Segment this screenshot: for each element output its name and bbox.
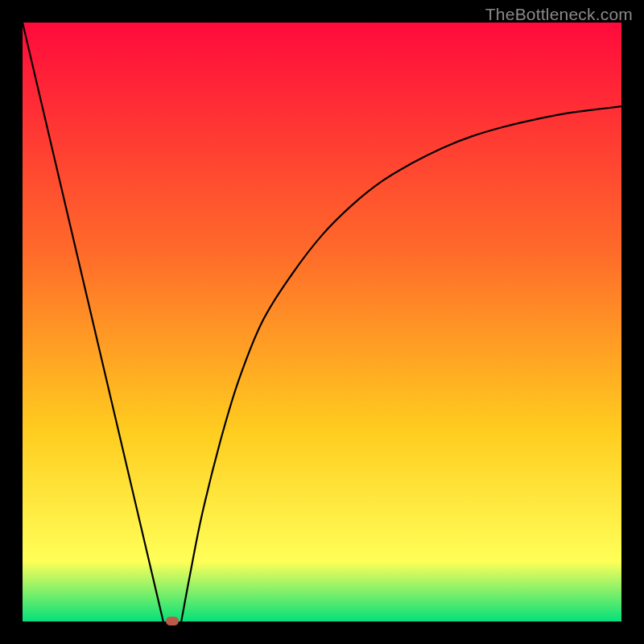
watermark-text: TheBottleneck.com [485, 5, 633, 24]
gradient-bg [23, 23, 621, 621]
optimal-marker [166, 617, 179, 625]
chart-frame [23, 23, 621, 621]
chart-canvas [23, 23, 621, 621]
